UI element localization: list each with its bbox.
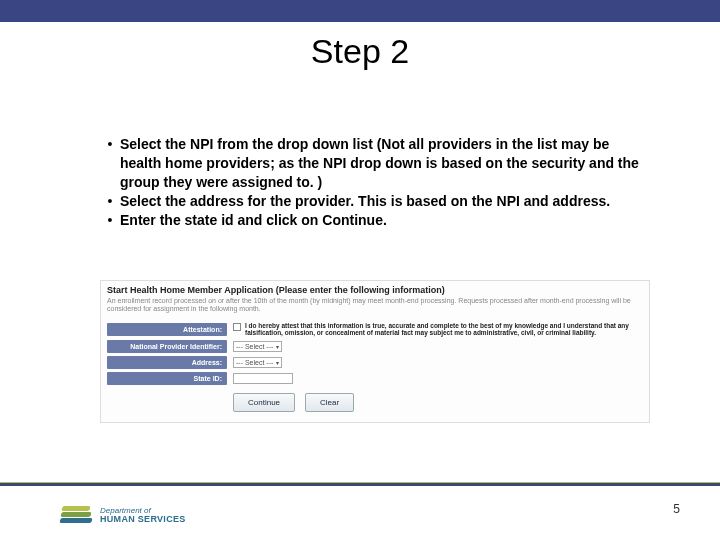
footer-line xyxy=(0,483,720,486)
list-item: •Select the address for the provider. Th… xyxy=(100,192,650,211)
address-select[interactable]: --- Select --- ▾ xyxy=(233,357,282,368)
clear-button[interactable]: Clear xyxy=(305,393,354,412)
form-note: An enrollment record processed on or aft… xyxy=(101,297,649,318)
state-id-value xyxy=(227,373,643,384)
attestation-label: Attestation: xyxy=(107,323,227,336)
page-title: Step 2 xyxy=(0,32,720,71)
state-id-label: State ID: xyxy=(107,372,227,385)
form-body: Attestation: I do hereby attest that thi… xyxy=(101,318,649,422)
chevron-down-icon: ▾ xyxy=(276,343,279,350)
bullet-text: Enter the state id and click on Continue… xyxy=(120,211,650,230)
logo-line2: HUMAN SERVICES xyxy=(100,515,186,524)
form-screenshot: Start Health Home Member Application (Pl… xyxy=(100,280,650,423)
address-select-text: --- Select --- xyxy=(236,359,273,366)
row-address: Address: --- Select --- ▾ xyxy=(107,356,643,369)
list-item: •Select the NPI from the drop down list … xyxy=(100,135,650,192)
npi-value: --- Select --- ▾ xyxy=(227,341,643,352)
logo-text: Department of HUMAN SERVICES xyxy=(100,507,186,524)
bullet-text: Select the address for the provider. Thi… xyxy=(120,192,650,211)
bullet-dot: • xyxy=(100,192,120,211)
attestation-text: I do hereby attest that this information… xyxy=(245,322,643,337)
form-heading: Start Health Home Member Application (Pl… xyxy=(101,281,649,297)
row-npi: National Provider Identifier: --- Select… xyxy=(107,340,643,353)
attestation-value: I do hereby attest that this information… xyxy=(227,322,643,337)
bullet-list: •Select the NPI from the drop down list … xyxy=(100,135,650,229)
content-area: •Select the NPI from the drop down list … xyxy=(100,135,650,229)
address-label: Address: xyxy=(107,356,227,369)
chevron-down-icon: ▾ xyxy=(276,359,279,366)
row-state-id: State ID: xyxy=(107,372,643,385)
row-attestation: Attestation: I do hereby attest that thi… xyxy=(107,322,643,337)
iowa-dhs-logo: Department of HUMAN SERVICES xyxy=(60,504,186,526)
page-number: 5 xyxy=(673,502,680,516)
npi-select[interactable]: --- Select --- ▾ xyxy=(233,341,282,352)
top-bar xyxy=(0,0,720,22)
bullet-dot: • xyxy=(100,211,120,230)
npi-label: National Provider Identifier: xyxy=(107,340,227,353)
button-row: Continue Clear xyxy=(107,393,643,412)
logo-mark-icon xyxy=(60,504,94,526)
address-value: --- Select --- ▾ xyxy=(227,357,643,368)
npi-select-text: --- Select --- xyxy=(236,343,273,350)
bullet-text: Select the NPI from the drop down list (… xyxy=(120,135,650,192)
slide: Step 2 •Select the NPI from the drop dow… xyxy=(0,0,720,540)
attestation-checkbox[interactable] xyxy=(233,323,241,331)
continue-button[interactable]: Continue xyxy=(233,393,295,412)
state-id-input[interactable] xyxy=(233,373,293,384)
list-item: •Enter the state id and click on Continu… xyxy=(100,211,650,230)
bullet-dot: • xyxy=(100,135,120,154)
